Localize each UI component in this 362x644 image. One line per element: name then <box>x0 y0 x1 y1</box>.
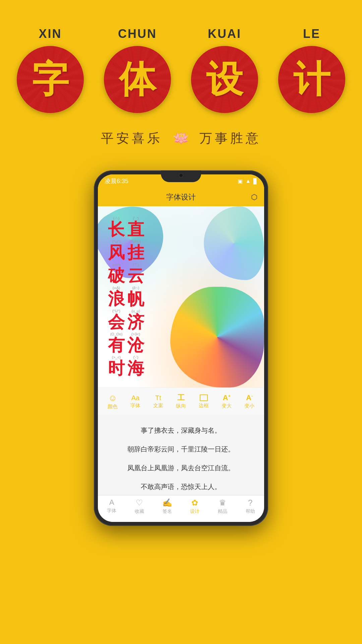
vertical-label: 纵向 <box>176 403 186 409</box>
copy-label: 文案 <box>153 402 163 409</box>
color-label: 颜色 <box>108 404 118 410</box>
top-section: XIN 字 CHUN 体 KUAI 设 LE 计 <box>0 0 362 160</box>
phone-mockup: 凌晨6:35 ▣ ▲ ▊ 字体设计 ⬡ <box>94 170 268 526</box>
char-circle-ti: 体 <box>104 46 171 113</box>
nav-favorite-label: 收藏 <box>135 508 144 515</box>
signal-icon: ▣ <box>238 178 243 184</box>
nav-help[interactable]: ? 帮助 <box>236 498 264 518</box>
subtitle-row: 平安喜乐 🪷 万事胜意 <box>101 130 261 147</box>
nav-signature[interactable]: ✍ 签名 <box>153 498 181 518</box>
bigger-icon: A+ <box>223 394 231 401</box>
nav-help-icon: ? <box>248 498 252 507</box>
share-icon[interactable]: ⬡ <box>251 193 257 202</box>
lotus-icon: 🪷 <box>173 130 189 146</box>
char-item-kuai: KUAI 设 <box>191 27 258 113</box>
border-icon <box>200 394 208 401</box>
subtitle-left: 平安喜乐 <box>101 130 163 147</box>
nav-font-icon: A <box>109 498 114 507</box>
nav-font-label: 字体 <box>107 508 116 514</box>
poem-image-area: (-°-) 长 (°ω°) 风 (∞∞) 破 <box>98 206 264 387</box>
poem-list-item-1: 朝辞白帝彩云间，千里江陵一日还。 <box>108 440 254 459</box>
app-title: 字体设计 <box>166 192 196 202</box>
char-circle-she: 设 <box>191 46 258 113</box>
toolbar: ☺ 颜色 Aa 字体 Tt 文案 工 纵向 <box>98 387 264 414</box>
app-header: 字体设计 ⬡ <box>98 188 264 206</box>
bottom-nav: A 字体 ♡ 收藏 ✍ 签名 ✿ 设计 ♛ 精品 <box>98 495 264 522</box>
pinyin-xin: XIN <box>17 27 84 41</box>
vertical-icon: 工 <box>177 394 185 401</box>
pinyin-row: XIN 字 CHUN 体 KUAI 设 LE 计 <box>17 27 345 113</box>
toolbar-color[interactable]: ☺ 颜色 <box>108 393 118 410</box>
pinyin-kuai: KUAI <box>191 27 258 41</box>
poem-list-item-3: 不敢高声语，恐惊天上人。 <box>108 477 254 495</box>
status-time: 凌晨6:35 <box>105 177 128 185</box>
toolbar-smaller[interactable]: A- 变小 <box>244 394 254 409</box>
border-label: 边框 <box>199 402 209 409</box>
camera-dot <box>179 173 183 178</box>
swirl-bottomright <box>170 287 264 387</box>
smaller-icon: A- <box>246 394 253 401</box>
nav-premium-icon: ♛ <box>219 498 226 507</box>
status-icons: ▣ ▲ ▊ <box>238 178 257 184</box>
nav-signature-icon: ✍ <box>162 498 172 507</box>
phone-container: 凌晨6:35 ▣ ▲ ▊ 字体设计 ⬡ <box>0 170 362 526</box>
color-icon: ☺ <box>108 393 117 402</box>
nav-help-label: 帮助 <box>246 508 255 515</box>
char-item-xin: XIN 字 <box>17 27 84 113</box>
nav-font[interactable]: A 字体 <box>98 498 126 518</box>
phone-screen: 凌晨6:35 ▣ ▲ ▊ 字体设计 ⬡ <box>98 174 264 522</box>
char-ji: 计 <box>293 61 330 98</box>
toolbar-copy[interactable]: Tt 文案 <box>153 394 163 409</box>
font-label: 字体 <box>130 402 140 409</box>
bigger-label: 变大 <box>222 403 232 409</box>
toolbar-font[interactable]: Aa 字体 <box>130 394 140 409</box>
toolbar-border[interactable]: 边框 <box>199 394 209 409</box>
content-area: (-°-) 长 (°ω°) 风 (∞∞) 破 <box>98 206 264 495</box>
char-zi: 字 <box>32 61 69 98</box>
nav-design-icon: ✿ <box>191 498 198 507</box>
copy-tt-icon: Tt <box>155 394 161 401</box>
poem-list-item-2: 凤凰台上凤凰游，凤去台空江自流。 <box>108 459 254 477</box>
pinyin-le: LE <box>278 27 345 41</box>
phone-notch <box>161 170 201 182</box>
pinyin-chun: CHUN <box>104 27 171 41</box>
poem-text-area: (-°-) 长 (°ω°) 风 (∞∞) 破 <box>108 216 144 378</box>
nav-favorite[interactable]: ♡ 收藏 <box>126 498 154 518</box>
font-aa-icon: Aa <box>131 394 139 401</box>
nav-design[interactable]: ✿ 设计 <box>181 498 209 518</box>
poem-list-item-0: 事了拂衣去，深藏身与名。 <box>108 421 254 440</box>
nav-premium-label: 精品 <box>218 508 227 515</box>
nav-design-label: 设计 <box>190 508 199 515</box>
char-item-le: LE 计 <box>278 27 345 113</box>
smaller-label: 变小 <box>244 403 254 409</box>
battery-icon: ▊ <box>253 178 257 184</box>
toolbar-bigger[interactable]: A+ 变大 <box>222 394 232 409</box>
nav-premium[interactable]: ♛ 精品 <box>209 498 237 518</box>
nav-signature-label: 签名 <box>163 508 172 515</box>
nav-favorite-icon: ♡ <box>136 498 143 507</box>
toolbar-vertical[interactable]: 工 纵向 <box>176 394 186 409</box>
subtitle-right: 万事胜意 <box>199 130 261 147</box>
char-circle-ji: 计 <box>278 46 345 113</box>
wifi-icon: ▲ <box>245 178 251 184</box>
char-item-chun: CHUN 体 <box>104 27 171 113</box>
char-ti: 体 <box>119 61 156 98</box>
char-circle-zi: 字 <box>17 46 84 113</box>
poem-list-area: 事了拂衣去，深藏身与名。 朝辞白帝彩云间，千里江陵一日还。 凤凰台上凤凰游，凤去… <box>98 414 264 495</box>
char-she: 设 <box>206 61 243 98</box>
